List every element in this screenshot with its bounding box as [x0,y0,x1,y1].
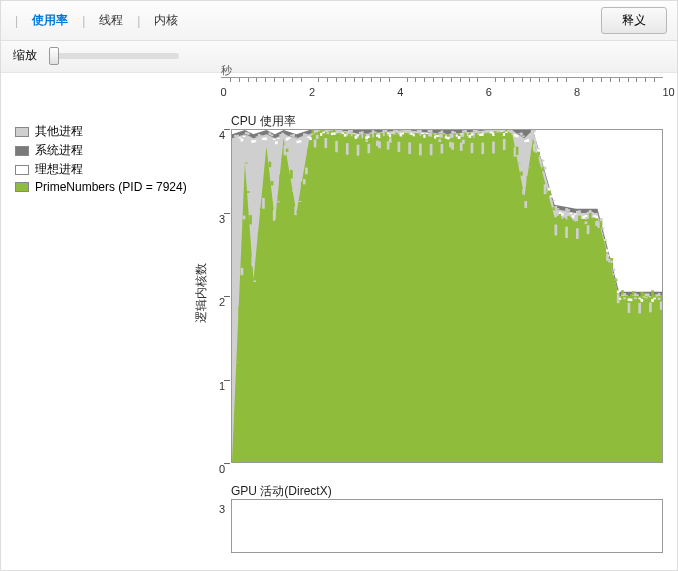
content-area: 其他进程系统进程理想进程PrimeNumbers (PID = 7924) 秒 … [1,63,677,570]
svg-rect-2 [234,411,237,413]
svg-rect-343 [600,218,603,221]
cpu-y-tick: 3 [219,213,231,225]
svg-rect-165 [408,130,411,131]
svg-rect-177 [421,133,424,134]
zoom-label: 缩放 [13,47,37,64]
time-tick-minor [566,78,567,82]
time-tick-minor [619,78,620,82]
tab-threads[interactable]: 线程 [93,10,129,31]
svg-rect-332 [589,213,592,222]
svg-rect-368 [628,303,631,313]
time-tick-minor [610,78,611,82]
svg-rect-75 [312,134,315,135]
svg-rect-40 [275,220,278,222]
svg-rect-371 [630,299,633,302]
svg-rect-14 [247,191,250,193]
cpu-chart[interactable] [231,129,663,463]
svg-rect-11 [243,136,246,137]
svg-rect-37 [271,134,274,136]
svg-rect-57 [292,134,295,137]
svg-rect-85 [322,132,325,134]
zoom-thumb[interactable] [49,47,59,65]
svg-rect-95 [333,132,336,134]
legend-swatch [15,127,29,137]
time-tick-minor [495,78,496,82]
gpu-chart[interactable] [231,499,663,553]
svg-rect-54 [290,170,293,179]
legend-label: PrimeNumbers (PID = 7924) [35,180,187,194]
svg-rect-62 [299,201,302,202]
svg-rect-283 [535,139,538,140]
svg-rect-52 [288,164,291,165]
time-tick-minor [645,78,646,82]
cpu-chart-section: CPU 使用率 逻辑内核数 01234 [221,113,663,463]
svg-rect-59 [294,137,297,138]
time-tick-minor [592,78,593,82]
svg-rect-316 [572,220,575,221]
svg-rect-377 [636,294,639,296]
time-tick-minor [292,78,293,82]
svg-rect-364 [623,297,626,299]
svg-rect-393 [653,298,656,300]
svg-rect-105 [344,134,347,137]
svg-rect-38 [273,210,276,221]
svg-rect-286 [539,162,542,163]
legend-button[interactable]: 释义 [601,7,667,34]
svg-rect-172 [417,133,420,136]
svg-rect-113 [352,133,355,134]
tab-group: | 使用率 | 线程 | 内核 [11,10,184,31]
svg-rect-290 [544,184,547,194]
tab-cores[interactable]: 内核 [148,10,184,31]
svg-rect-175 [419,130,422,132]
legend-label: 其他进程 [35,123,83,140]
time-tick-minor [522,78,523,82]
time-tick-minor [513,78,514,82]
svg-rect-115 [355,136,358,139]
tab-utilization[interactable]: 使用率 [26,10,74,31]
tab-separator: | [78,14,89,28]
time-tick-minor [433,78,434,82]
svg-rect-328 [585,221,588,224]
svg-rect-16 [249,215,252,224]
svg-rect-68 [305,168,308,175]
svg-rect-398 [660,301,662,309]
gpu-chart-title: GPU 活动(DirectX) [231,483,663,500]
zoom-slider[interactable] [49,53,179,59]
svg-rect-223 [471,134,474,136]
svg-rect-101 [340,130,343,132]
svg-rect-271 [522,136,525,137]
svg-rect-345 [602,228,605,230]
svg-rect-191 [436,135,439,137]
svg-rect-347 [604,239,607,240]
svg-rect-354 [613,273,616,275]
svg-rect-326 [582,219,585,220]
svg-rect-292 [546,186,549,187]
time-tick-minor [415,78,416,82]
svg-rect-388 [649,303,652,313]
svg-rect-18 [251,257,254,267]
svg-rect-272 [524,201,527,208]
svg-rect-10 [243,216,246,220]
svg-rect-111 [350,130,353,132]
gpu-chart-section: GPU 活动(DirectX) 3 [221,483,663,553]
svg-rect-76 [314,140,317,148]
svg-rect-391 [651,299,654,302]
svg-rect-181 [426,133,429,134]
toolbar: | 使用率 | 线程 | 内核 释义 [1,1,677,41]
tab-separator: | [133,14,144,28]
svg-rect-211 [458,136,461,139]
svg-rect-86 [324,138,327,148]
svg-rect-329 [585,215,588,217]
svg-rect-164 [408,142,411,154]
svg-rect-70 [307,148,310,152]
time-tick: 10 [663,78,675,97]
time-tick-minor [239,78,240,82]
charts-panel: 秒 0246810 CPU 使用率 逻辑内核数 01234 GPU 活动(Dir… [211,63,677,570]
svg-rect-252 [503,139,506,150]
svg-rect-69 [305,134,308,136]
legend-item: PrimeNumbers (PID = 7924) [15,180,201,194]
cpu-chart-title: CPU 使用率 [231,113,663,130]
svg-rect-387 [647,294,650,296]
svg-rect-116 [357,145,360,156]
time-tick-minor [451,78,452,82]
